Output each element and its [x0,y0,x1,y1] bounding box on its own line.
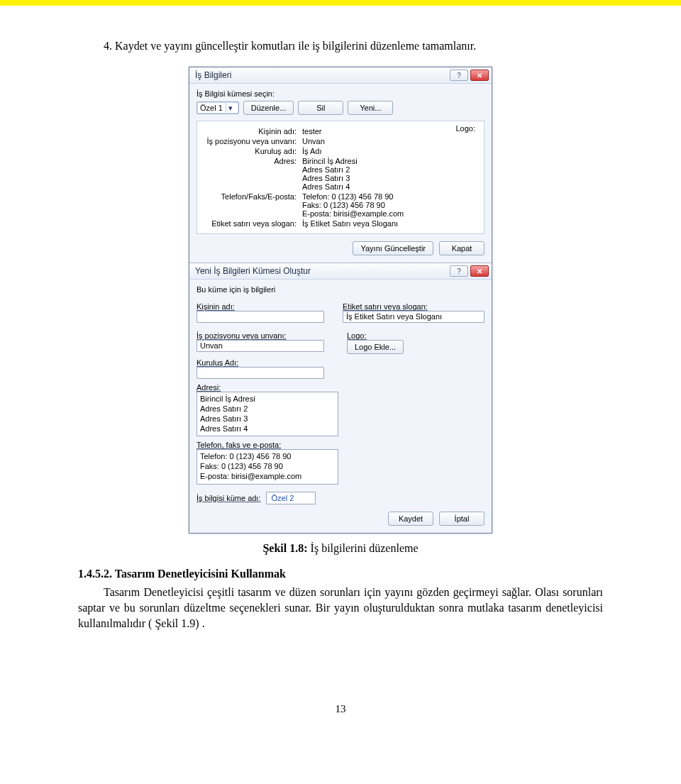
delete-button[interactable]: Sil [298,101,343,115]
dlg2-position-label: İş pozisyonu veya unvanı: [196,331,334,340]
dlg1-set-row: Özel 1 ▾ Düzenle... Sil Yeni... [196,101,485,115]
kv-person-name-key: Kişinin adı: [203,127,302,136]
new-button[interactable]: Yeni... [348,101,393,115]
kv-org-val: İş Adı [302,147,478,155]
dlg2-title: Yeni İş Bilgileri Kümesi Oluştur [195,266,311,276]
kv-address-key: Adres: [203,157,302,191]
tfe-textarea[interactable]: Telefon: 0 (123) 456 78 90 Faks: 0 (123)… [196,449,338,484]
dlg2-intro: Bu küme için iş bilgileri [196,285,485,294]
dlg1-title: İş Bilgileri [195,70,231,80]
address-textarea[interactable]: Birincil İş Adresi Adres Satırı 2 Adres … [196,392,338,436]
figure-1-8: İş Bilgileri ? ✕ İş Bilgisi kümesi seçin… [78,67,603,533]
dlg2-title-buttons: ? ✕ [450,265,489,277]
dlg1-title-buttons: ? ✕ [450,70,489,81]
kv-position-key: İş pozisyonu veya unvanı: [203,137,302,145]
dialog-stack: İş Bilgileri ? ✕ İş Bilgisi kümesi seçin… [189,67,492,533]
save-button[interactable]: Kaydet [388,512,433,526]
set-combobox[interactable]: Özel 1 ▾ [196,101,239,114]
dlg1-details-panel: Logo: Kişinin adı: tester İş pozisyonu v… [196,121,485,234]
kv-tagline-val: İş Etiket Satırı veya Sloganı [302,219,478,228]
close-icon[interactable]: ✕ [470,265,489,277]
dlg2-person-label: Kişinin adı: [196,302,330,311]
dlg2-row-1: Kişinin adı: Etiket satırı veya slogan: … [196,298,485,323]
dlg2-address-block: Adresi: Birincil İş Adresi Adres Satırı … [196,383,485,436]
dlg2-row-2: İş pozisyonu veya unvanı: Unvan Logo: Lo… [196,327,485,354]
dlg2-tag-label: Etiket satırı veya slogan: [343,302,485,311]
kv-org: Kuruluş adı: İş Adı [203,147,478,155]
figure-caption-text: İş bilgilerini düzenleme [308,542,419,554]
kv-person-name: Kişinin adı: tester [203,127,478,136]
tagline-input[interactable]: İş Etiket Satırı veya Sloganı [343,311,485,323]
set-combobox-value: Özel 1 [200,104,223,112]
update-publication-button[interactable]: Yayını Güncelleştir [353,241,433,255]
figure-caption: Şekil 1.8: İş bilgilerini düzenleme [78,542,603,555]
dlg2-tfe-block: Telefon, faks ve e-posta: Telefon: 0 (12… [196,441,485,484]
add-logo-button[interactable]: Logo Ekle... [347,340,404,354]
position-input[interactable]: Unvan [196,340,324,352]
help-icon[interactable]: ? [450,265,468,277]
dlg2-tfe-label: Telefon, faks ve e-posta: [196,441,485,449]
kv-tagline-key: Etiket satırı veya slogan: [203,219,302,228]
person-name-input[interactable] [196,311,324,323]
kv-person-name-val: tester [302,127,478,136]
dlg2-org-label: Kuruluş Adı: [196,358,485,367]
dlg1-body: İş Bilgisi kümesi seçin: Özel 1 ▾ Düzenl… [189,84,492,263]
dlg1-footer-buttons: Yayını Güncelleştir Kapat [196,241,485,255]
kv-tagline: Etiket satırı veya slogan: İş Etiket Sat… [203,219,478,228]
page-content: 4. Kaydet ve yayını güncelleştir komutla… [0,6,681,729]
help-icon[interactable]: ? [450,70,468,81]
kv-position: İş pozisyonu veya unvanı: Unvan [203,137,478,145]
section-number: 1.4.5.2. [78,568,115,580]
section-title: Tasarım Denetleyicisini Kullanmak [115,568,286,580]
setname-input[interactable]: Özel 2 [266,492,316,504]
close-icon[interactable]: ✕ [470,70,489,81]
dlg2-titlebar: Yeni İş Bilgileri Kümesi Oluştur ? ✕ [189,263,492,280]
dlg2-org-block: Kuruluş Adı: [196,358,485,379]
chevron-down-icon: ▾ [226,103,236,113]
figure-caption-label: Şekil 1.8: [262,542,307,554]
edit-button[interactable]: Düzenle... [243,101,294,115]
section-heading: 1.4.5.2. Tasarım Denetleyicisini Kullanm… [78,568,603,580]
cancel-button[interactable]: İptal [439,512,485,526]
kv-position-val: Unvan [302,137,478,145]
kv-tfe: Telefon/Faks/E-posta: Telefon: 0 (123) 4… [203,192,478,218]
intro-paragraph: 4. Kaydet ve yayını güncelleştir komutla… [78,38,603,54]
kv-org-key: Kuruluş adı: [203,147,302,155]
dlg1-select-set-label: İş Bilgisi kümesi seçin: [196,89,485,98]
close-button[interactable]: Kapat [439,241,485,255]
dlg2-setname-row: İş bilgisi küme adı: Özel 2 [196,492,485,504]
kv-tfe-val: Telefon: 0 (123) 456 78 90 Faks: 0 (123)… [302,192,478,218]
kv-tfe-key: Telefon/Faks/E-posta: [203,192,302,218]
kv-address: Adres: Birincil İş Adresi Adres Satırı 2… [203,157,478,191]
dlg2-address-label: Adresi: [196,383,485,392]
dlg1-logo-label: Logo: [455,124,475,133]
page-number: 13 [78,703,603,715]
org-input[interactable] [196,367,324,379]
kv-address-val: Birincil İş Adresi Adres Satırı 2 Adres … [302,157,478,191]
dlg2-setname-label: İş bilgisi küme adı: [196,494,260,502]
dlg2-logo-label: Logo: [347,331,485,340]
header-accent-bar [0,0,681,6]
dlg1-titlebar: İş Bilgileri ? ✕ [189,67,492,84]
dlg2-body: Bu küme için iş bilgileri Kişinin adı: E… [189,280,492,532]
dlg2-footer-buttons: Kaydet İptal [196,512,485,526]
body-paragraph: Tasarım Denetleyicisi çeşitli tasarım ve… [78,585,603,632]
